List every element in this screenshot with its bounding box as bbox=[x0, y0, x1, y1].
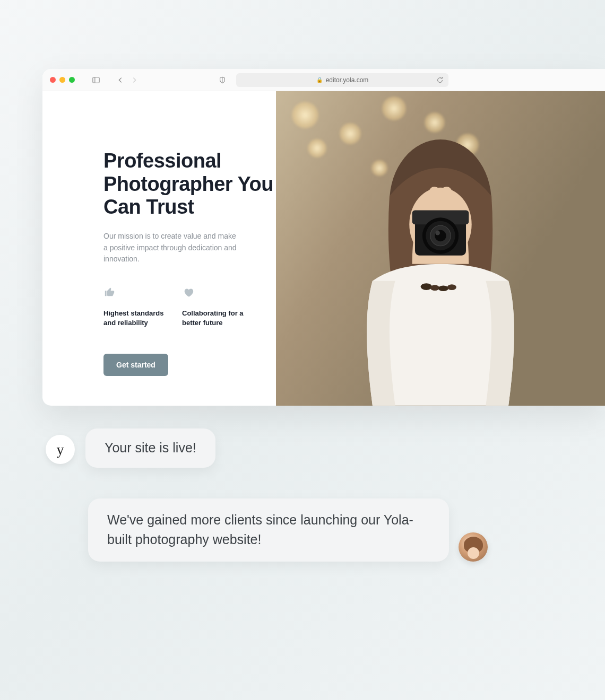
refresh-button[interactable] bbox=[436, 76, 444, 84]
svg-point-11 bbox=[421, 283, 432, 290]
back-button[interactable] bbox=[116, 76, 125, 84]
minimize-window-button[interactable] bbox=[59, 77, 65, 83]
svg-rect-0 bbox=[93, 77, 99, 83]
svg-point-12 bbox=[430, 285, 439, 291]
bot-message-row: y Your site is live! bbox=[46, 428, 573, 468]
browser-toolbar: 🔒 editor.yola.com bbox=[42, 69, 605, 91]
privacy-shield-icon[interactable] bbox=[218, 76, 227, 84]
bot-avatar: y bbox=[46, 435, 75, 464]
feature-label: Highest standards and reliability bbox=[103, 309, 167, 328]
hero-image bbox=[276, 91, 605, 406]
close-window-button[interactable] bbox=[50, 77, 56, 83]
photographer-illustration bbox=[292, 122, 589, 406]
svg-point-13 bbox=[438, 286, 448, 292]
maximize-window-button[interactable] bbox=[69, 77, 75, 83]
browser-window: 🔒 editor.yola.com Professional Photograp… bbox=[42, 69, 605, 406]
url-text: editor.yola.com bbox=[326, 76, 369, 84]
feature-item: Collaborating for a better future bbox=[182, 286, 246, 328]
thumbs-up-icon bbox=[103, 286, 167, 300]
address-bar[interactable]: 🔒 editor.yola.com bbox=[236, 73, 448, 87]
get-started-button[interactable]: Get started bbox=[103, 354, 168, 376]
window-controls bbox=[50, 77, 75, 83]
feature-item: Highest standards and reliability bbox=[103, 286, 167, 328]
hero-mission: Our mission is to create value and make … bbox=[103, 231, 241, 265]
hero-text-column: Professional Photographer You Can Trust … bbox=[42, 91, 276, 406]
feature-label: Collaborating for a better future bbox=[182, 309, 246, 328]
user-message-row: We've gained more clients since launchin… bbox=[88, 498, 573, 562]
feature-list: Highest standards and reliability Collab… bbox=[103, 286, 276, 328]
heart-icon bbox=[182, 286, 246, 300]
svg-point-14 bbox=[447, 285, 456, 291]
user-message-bubble: We've gained more clients since launchin… bbox=[88, 498, 449, 562]
bot-message-bubble: Your site is live! bbox=[85, 428, 215, 468]
sidebar-toggle-icon[interactable] bbox=[92, 76, 100, 84]
svg-point-10 bbox=[435, 231, 440, 235]
bot-avatar-letter: y bbox=[57, 441, 64, 458]
page-content: Professional Photographer You Can Trust … bbox=[42, 91, 605, 406]
user-avatar bbox=[459, 532, 488, 562]
forward-button[interactable] bbox=[130, 76, 139, 84]
lock-icon: 🔒 bbox=[316, 77, 323, 83]
chat-area: y Your site is live! We've gained more c… bbox=[46, 428, 573, 562]
hero-heading: Professional Photographer You Can Trust bbox=[103, 150, 276, 219]
